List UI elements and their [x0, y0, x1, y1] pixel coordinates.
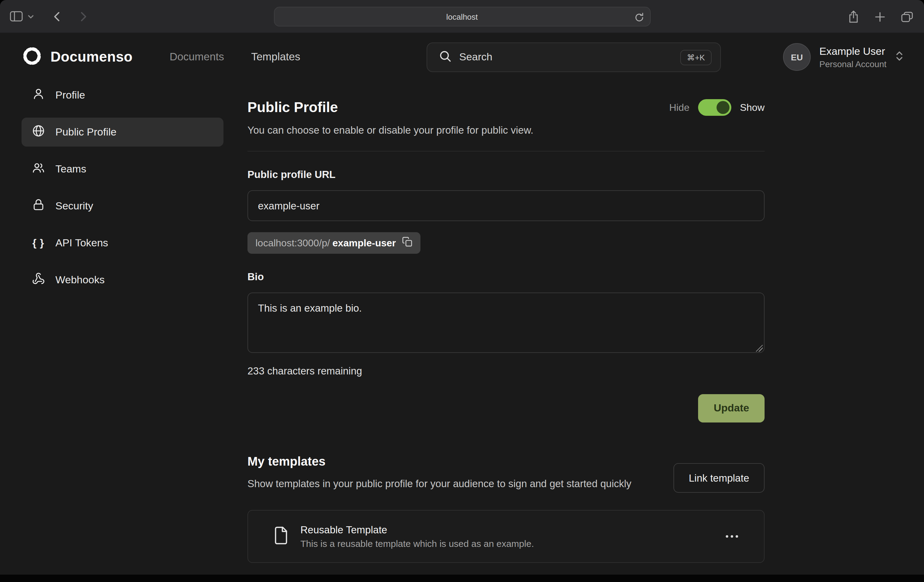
sidebar-item-security[interactable]: Security [21, 192, 223, 220]
template-card: Reusable Template This is a reusable tem… [248, 510, 764, 563]
bio-field-label: Bio [248, 271, 764, 283]
settings-sidebar: Profile Public Profile Teams [21, 81, 223, 303]
sidebar-item-webhooks[interactable]: Webhooks [21, 265, 223, 294]
public-profile-url-input[interactable] [248, 190, 764, 221]
users-icon [32, 161, 45, 177]
sidebar-toggle-icon[interactable] [10, 11, 23, 21]
chevrons-up-down-icon [895, 50, 904, 64]
my-templates-title: My templates [248, 455, 631, 469]
search-placeholder: Search [459, 51, 492, 63]
sidebar-item-label: Profile [55, 89, 85, 101]
profile-url-chip[interactable]: localhost:3000/p/example-user [248, 232, 421, 254]
account-name: Example User [819, 45, 886, 58]
toggle-show-label: Show [740, 102, 764, 113]
account-menu[interactable]: EU Example User Personal Account [783, 33, 904, 81]
new-tab-icon[interactable] [875, 12, 885, 22]
browser-window: localhost [0, 0, 924, 575]
toggle-hide-label: Hide [669, 102, 690, 113]
sidebar-item-label: Public Profile [55, 126, 116, 138]
search-input[interactable]: Search ⌘+K [427, 43, 721, 72]
share-icon[interactable] [848, 10, 859, 23]
url-field-label: Public profile URL [248, 169, 764, 180]
link-template-button[interactable]: Link template [673, 463, 764, 493]
ellipsis-icon [731, 535, 733, 537]
profile-visibility-toggle[interactable] [698, 99, 731, 116]
user-icon [32, 87, 45, 103]
avatar: EU [783, 43, 811, 71]
brand[interactable]: Documenso [21, 45, 133, 69]
sidebar-item-label: Security [55, 200, 93, 212]
toggle-knob [716, 101, 729, 114]
documenso-logo-icon [21, 45, 43, 69]
search-icon [439, 50, 451, 64]
sidebar-item-label: Webhooks [55, 274, 105, 286]
search-shortcut-badge: ⌘+K [680, 50, 712, 65]
account-text: Example User Personal Account [819, 45, 886, 69]
characters-remaining: 233 characters remaining [248, 365, 764, 377]
webhook-icon [32, 272, 45, 288]
copy-icon[interactable] [402, 236, 412, 250]
my-templates-header: My templates Show templates in your publ… [248, 455, 764, 493]
template-name: Reusable Template [300, 524, 534, 536]
sidebar-item-profile[interactable]: Profile [21, 81, 223, 110]
browser-toolbar: localhost [0, 0, 924, 33]
account-type: Personal Account [819, 59, 886, 69]
profile-visibility-toggle-group: Hide Show [669, 99, 764, 116]
back-icon[interactable] [54, 12, 60, 21]
address-bar[interactable]: localhost [274, 7, 650, 26]
page-subtitle: You can choose to enable or disable your… [248, 124, 764, 136]
nav-templates[interactable]: Templates [251, 51, 300, 63]
globe-icon [32, 124, 45, 140]
toolbar-left [10, 11, 87, 21]
template-description: This is a reusable template which is use… [300, 538, 534, 549]
tabs-overview-icon[interactable] [901, 12, 913, 22]
toolbar-right [848, 0, 913, 33]
ellipsis-icon [736, 535, 738, 537]
braces-icon: { } [32, 237, 45, 249]
section-divider [248, 151, 764, 152]
bio-textarea[interactable]: This is an example bio. [248, 293, 764, 353]
file-icon [273, 526, 289, 547]
url-text: localhost [446, 12, 478, 21]
sidebar-item-teams[interactable]: Teams [21, 155, 223, 184]
refresh-icon[interactable] [634, 12, 644, 22]
sidebar-item-api-tokens[interactable]: { } API Tokens [21, 228, 223, 258]
nav-documents[interactable]: Documents [170, 51, 224, 63]
profile-url-slug: example-user [332, 237, 396, 248]
brand-name: Documenso [51, 49, 133, 65]
chevron-down-icon[interactable] [28, 15, 34, 18]
template-text: Reusable Template This is a reusable tem… [300, 524, 534, 549]
my-templates-text: My templates Show templates in your publ… [248, 455, 631, 492]
my-templates-subtitle: Show templates in your public profile fo… [248, 476, 631, 492]
update-button[interactable]: Update [698, 394, 764, 423]
lock-icon [32, 198, 45, 214]
ellipsis-icon [726, 535, 728, 537]
app-header: Documenso Documents Templates Search ⌘+K… [0, 33, 924, 81]
desktop-background [0, 575, 924, 582]
main-content: Public Profile Hide Show You can choose … [248, 81, 764, 563]
template-menu-button[interactable] [722, 531, 742, 541]
profile-url-prefix: localhost:3000/p/ [256, 237, 330, 248]
forward-icon[interactable] [81, 12, 87, 21]
top-navigation: Documents Templates [170, 51, 300, 63]
sidebar-item-label: Teams [55, 163, 86, 175]
screen: localhost [0, 0, 924, 582]
page-title: Public Profile [248, 99, 338, 116]
sidebar-item-public-profile[interactable]: Public Profile [21, 117, 223, 147]
sidebar-item-label: API Tokens [55, 237, 108, 249]
